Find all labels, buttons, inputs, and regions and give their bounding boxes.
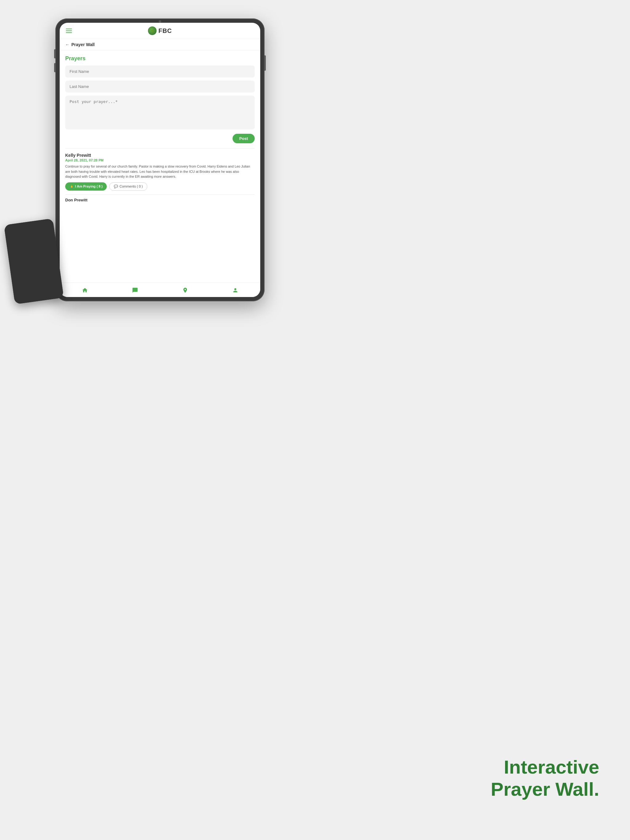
comment-label-1: Comments ( 0 ) bbox=[119, 185, 143, 188]
post-date-1: April 28, 2021, 07:28 PM bbox=[65, 158, 255, 162]
section-title: Prayers bbox=[65, 55, 255, 62]
main-content: Prayers Post Kelly Prewitt April 28, 202… bbox=[60, 51, 260, 283]
last-name-input[interactable] bbox=[65, 81, 255, 93]
post-body-1: Continue to pray for several of our chur… bbox=[65, 164, 255, 179]
prayer-post-1: Kelly Prewitt April 28, 2021, 07:28 PM C… bbox=[65, 153, 255, 194]
post-button[interactable]: Post bbox=[233, 134, 255, 143]
top-bar: 🌿 FBC bbox=[60, 23, 260, 39]
post-button-row: Post bbox=[65, 134, 255, 143]
prayer-post-2-partial: Don Prewitt bbox=[65, 194, 255, 202]
logo-area: 🌿 FBC bbox=[148, 27, 172, 35]
poster-name-2: Don Prewitt bbox=[65, 198, 255, 202]
pray-icon-1: 🙏 bbox=[70, 185, 74, 188]
side-button-left-2 bbox=[54, 63, 55, 72]
pray-label-1: I Am Praying ( 8 ) bbox=[75, 185, 103, 188]
logo-icon: 🌿 bbox=[148, 27, 157, 35]
tablet-screen: 🌿 FBC ← Prayer Wall Prayers Post Kelly P… bbox=[60, 23, 260, 297]
hamburger-menu-button[interactable] bbox=[66, 28, 72, 33]
divider bbox=[65, 148, 255, 148]
nav-chat-button[interactable] bbox=[127, 286, 143, 295]
prayer-textarea[interactable] bbox=[65, 96, 255, 129]
comment-button-1[interactable]: 💬 Comments ( 0 ) bbox=[109, 182, 147, 191]
back-navigation[interactable]: ← Prayer Wall bbox=[60, 39, 260, 51]
nav-profile-button[interactable] bbox=[227, 286, 243, 295]
poster-name-1: Kelly Prewitt bbox=[65, 153, 255, 158]
camera-notch bbox=[159, 20, 161, 23]
logo-text: FBC bbox=[158, 27, 172, 35]
first-name-input[interactable] bbox=[65, 65, 255, 77]
tablet-device: 🌿 FBC ← Prayer Wall Prayers Post Kelly P… bbox=[55, 19, 264, 301]
side-button-left-1 bbox=[54, 49, 55, 58]
tagline-line-2: Prayer Wall. bbox=[491, 778, 599, 800]
side-button-right bbox=[264, 55, 266, 71]
nav-location-button[interactable] bbox=[177, 286, 193, 295]
pray-button-1[interactable]: 🙏 I Am Praying ( 8 ) bbox=[65, 182, 107, 191]
bottom-navigation bbox=[60, 283, 260, 297]
action-buttons-1: 🙏 I Am Praying ( 8 ) 💬 Comments ( 0 ) bbox=[65, 182, 255, 191]
comment-icon-1: 💬 bbox=[114, 185, 118, 188]
nav-home-button[interactable] bbox=[77, 286, 93, 295]
tagline-line-1: Interactive bbox=[491, 756, 599, 778]
page-title: Prayer Wall bbox=[71, 42, 95, 47]
tagline: Interactive Prayer Wall. bbox=[491, 756, 599, 800]
back-arrow-icon: ← bbox=[65, 42, 70, 47]
